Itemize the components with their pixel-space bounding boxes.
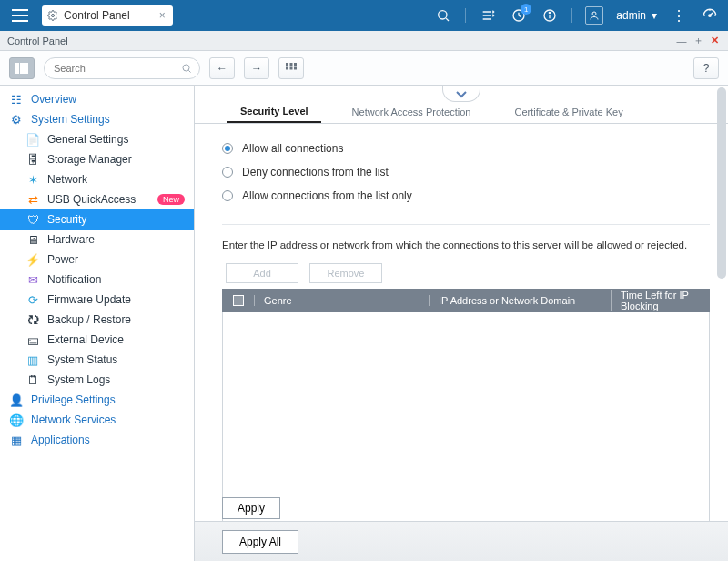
notifications-icon[interactable]: 1 <box>510 6 528 25</box>
radio-label: Allow connections from the list only <box>242 189 412 202</box>
tab-security-level[interactable]: Security Level <box>228 106 321 123</box>
sidebar-group-applications[interactable]: ▦ Applications <box>0 430 194 450</box>
sidebar-group-privilege[interactable]: 👤 Privilege Settings <box>0 390 194 410</box>
nav-forward-button[interactable]: → <box>244 57 269 79</box>
svg-point-7 <box>592 12 596 15</box>
main-panel: Security Level Network Access Protection… <box>195 86 728 561</box>
sidebar-item-label: Storage Manager <box>47 153 132 166</box>
usb-icon: ⇄ <box>25 192 40 207</box>
radio-allow-all[interactable]: Allow all connections <box>222 137 710 160</box>
tab-certificate-private-key[interactable]: Certificate & Private Key <box>501 107 635 123</box>
svg-rect-15 <box>294 63 297 66</box>
tab-network-access-protection[interactable]: Network Access Protection <box>339 107 484 123</box>
user-menu[interactable]: admin ▾ <box>616 9 657 22</box>
sidebar-group-net-services[interactable]: 🌐 Network Services <box>0 410 194 430</box>
info-icon[interactable] <box>541 6 559 25</box>
col-genre[interactable]: Genre <box>254 295 429 306</box>
col-time-left[interactable]: Time Left for IP Blocking <box>611 290 709 311</box>
update-icon: ⟳ <box>25 292 40 307</box>
expand-toggle[interactable] <box>442 86 480 102</box>
sidebar-label: Applications <box>31 434 90 446</box>
globe-icon: 🌐 <box>9 413 24 427</box>
nav-back-button[interactable]: ← <box>209 57 235 79</box>
sidebar: ☷ Overview ⚙ System Settings 📄 General S… <box>0 86 195 561</box>
notification-count-badge: 1 <box>521 4 531 15</box>
window-close-button[interactable]: ✕ <box>708 35 721 46</box>
search-icon-small <box>181 63 192 74</box>
sidebar-group-system-settings[interactable]: ⚙ System Settings <box>0 109 194 129</box>
svg-rect-10 <box>20 63 28 74</box>
search-input[interactable] <box>44 57 200 79</box>
svg-rect-13 <box>286 63 288 66</box>
sidebar-item-backup-restore[interactable]: 🗘 Backup / Restore <box>0 310 194 330</box>
notification-icon: ✉ <box>25 272 40 287</box>
view-toggle-button[interactable] <box>9 57 35 79</box>
apps-icon: ▦ <box>9 433 24 447</box>
radio-allow-list-only[interactable]: Allow connections from the list only <box>222 184 710 208</box>
remove-button[interactable]: Remove <box>309 263 382 283</box>
sidebar-item-label: Network <box>47 173 87 186</box>
logs-icon: 🗒 <box>25 372 40 387</box>
sidebar-item-general-settings[interactable]: 📄 General Settings <box>0 129 194 149</box>
grid-view-button[interactable] <box>278 57 304 79</box>
dashboard-icon[interactable] <box>701 6 719 25</box>
sidebar-item-label: Power <box>47 253 78 266</box>
power-icon: ⚡ <box>25 252 40 267</box>
svg-point-11 <box>183 65 189 71</box>
sidebar-item-label: Notification <box>47 273 101 286</box>
scrollbar-thumb[interactable] <box>717 87 726 279</box>
col-ip-address[interactable]: IP Address or Network Domain <box>429 295 611 306</box>
svg-rect-16 <box>286 66 288 69</box>
svg-point-1 <box>439 11 447 19</box>
svg-rect-18 <box>294 66 297 69</box>
radio-icon <box>222 167 233 178</box>
page-icon: 📄 <box>25 132 40 147</box>
user-icon[interactable] <box>585 6 603 25</box>
sidebar-label: System Settings <box>31 113 110 126</box>
user-label: admin <box>616 9 646 22</box>
window-minimize-button[interactable]: — <box>675 36 688 46</box>
window-maximize-button[interactable]: ＋ <box>692 34 704 47</box>
apply-all-button[interactable]: Apply All <box>222 530 298 554</box>
search-field[interactable] <box>52 62 181 75</box>
sidebar-item-firmware-update[interactable]: ⟳ Firmware Update <box>0 290 194 310</box>
sidebar-item-system-logs[interactable]: 🗒 System Logs <box>0 370 194 390</box>
tab-close-icon[interactable]: × <box>159 9 166 22</box>
radio-deny-list[interactable]: Deny connections from the list <box>222 160 710 184</box>
svg-line-2 <box>446 18 449 21</box>
help-button[interactable]: ? <box>693 57 719 79</box>
more-icon[interactable]: ⋮ <box>670 6 688 25</box>
tasks-icon[interactable] <box>479 6 497 25</box>
backup-icon: 🗘 <box>25 312 40 327</box>
apply-button[interactable]: Apply <box>222 497 280 519</box>
svg-rect-17 <box>290 66 293 69</box>
sidebar-item-external-device[interactable]: 🖴 External Device <box>0 330 194 350</box>
sidebar-item-hardware[interactable]: 🖥 Hardware <box>0 230 194 250</box>
sidebar-item-label: Backup / Restore <box>47 313 131 326</box>
svg-line-12 <box>188 70 190 72</box>
svg-point-6 <box>550 12 551 13</box>
menu-icon[interactable] <box>9 5 31 26</box>
hardware-icon: 🖥 <box>25 232 40 247</box>
sidebar-item-label: External Device <box>47 333 124 346</box>
sidebar-item-system-status[interactable]: ▥ System Status <box>0 350 194 370</box>
svg-rect-14 <box>290 63 293 66</box>
select-all-checkbox[interactable] <box>233 295 244 306</box>
radio-label: Deny connections from the list <box>242 166 389 178</box>
sidebar-item-storage-manager[interactable]: 🗄 Storage Manager <box>0 149 194 169</box>
sidebar-item-security[interactable]: 🛡 Security <box>0 209 194 230</box>
person-icon: 👤 <box>9 393 24 407</box>
tab-control-panel[interactable]: Control Panel × <box>42 5 173 26</box>
sidebar-item-notification[interactable]: ✉ Notification <box>0 270 194 290</box>
search-icon[interactable] <box>434 6 452 25</box>
sidebar-group-overview[interactable]: ☷ Overview <box>0 89 194 109</box>
storage-icon: 🗄 <box>25 152 40 167</box>
sidebar-item-power[interactable]: ⚡ Power <box>0 250 194 270</box>
status-icon: ▥ <box>25 352 40 367</box>
sidebar-item-network[interactable]: ✶ Network <box>0 169 194 189</box>
scrollbar-track[interactable] <box>715 86 728 521</box>
add-button[interactable]: Add <box>226 263 298 283</box>
sidebar-item-usb-quickaccess[interactable]: ⇄ USB QuickAccess New <box>0 189 194 209</box>
device-icon: 🖴 <box>25 332 40 347</box>
sidebar-item-label: Firmware Update <box>47 293 131 306</box>
